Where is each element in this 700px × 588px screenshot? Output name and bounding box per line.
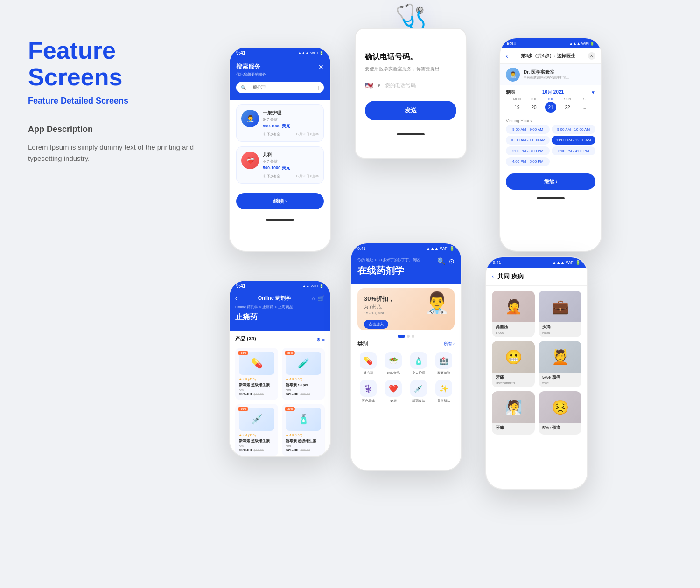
- dis-english-neck: 5%e: [539, 381, 581, 387]
- phone-confirm: 确认电话号码。 要使用医学实验室服务，你需要提出 🇺🇸 ▼ 您的电话号码 发送: [355, 28, 467, 159]
- cal-title-text: 第3步（共4步）- 选择医生: [512, 53, 584, 59]
- close-icon[interactable]: ✕: [318, 63, 324, 71]
- service-meta-2: 447 条款: [263, 159, 319, 164]
- cat-item-health[interactable]: ❤️ 健康: [383, 380, 404, 403]
- product-2-price: $25.00: [286, 392, 299, 396]
- cal-close-button[interactable]: ✕: [588, 52, 595, 60]
- status-icons-search: ▲▲▲ WiFi 🔋: [298, 51, 324, 55]
- search-cursor: |: [318, 85, 319, 90]
- product-4-pricing: $25.00 $60.00: [286, 448, 321, 452]
- time-slots: 9:00 AM - 9:00 AM 9:00 AM - 10:00 AM 10:…: [500, 125, 601, 170]
- more-button[interactable]: 所有 ›: [444, 341, 455, 347]
- product-3[interactable]: -30% 💉 ★ 4.4 (336) 新霉素 超级维生素 5ml $20.00 …: [235, 404, 278, 456]
- product-4-name: 新霉素 超级维生素: [286, 438, 321, 443]
- dis-header: ‹ 共同 疾病: [486, 268, 587, 286]
- banner-sub: 为了药品。: [364, 304, 394, 310]
- product-2-size: 5ml: [286, 388, 321, 392]
- cat-item-beauty[interactable]: ✨ 美容肌肤: [433, 380, 455, 403]
- service-card-2[interactable]: ❤️‍🩹 儿科 447 条款 500-1000 美元 ☉ 下次有空 12月23日…: [236, 146, 324, 184]
- cat-item-personal[interactable]: 🧴 个人护理: [408, 352, 429, 375]
- dis-header-row: ‹ 共同 疾病: [492, 272, 581, 281]
- dot-1[interactable]: [398, 335, 405, 338]
- dis-name-blood: 高血压: [492, 322, 535, 331]
- ph-sm-back[interactable]: ‹: [235, 295, 237, 302]
- ph-sm-cart-icon[interactable]: 🛒: [318, 295, 325, 302]
- time-slot-5[interactable]: 2:00 PM - 3:00 PM: [506, 146, 550, 155]
- ph-sm-home-icon[interactable]: ⌂: [312, 295, 315, 302]
- cal-back-button[interactable]: ‹: [506, 52, 508, 60]
- cat-item-functional[interactable]: 🥗 功能食品: [383, 352, 404, 375]
- dis-item-blood[interactable]: 🤦 高血压 Blood: [492, 291, 535, 337]
- dis-back-button[interactable]: ‹: [492, 273, 494, 280]
- dis-name-tooth: 牙痛: [492, 373, 535, 381]
- product-1-pricing: $25.00 $60.00: [239, 392, 274, 396]
- cart-icon-lg[interactable]: ⊙: [449, 257, 455, 265]
- service-card-1[interactable]: 👨‍⚕️ 一般护理 647 条款 500-1000 美元 ☉ 下次有空 12月2…: [236, 104, 324, 142]
- product-1[interactable]: -30% 💊 ★ 4.8 (436) 新霉素 超级维生素 5ml $25.00 …: [235, 348, 278, 400]
- phone-diseases: 9:41 ▲▲▲ WiFi 🔋 ‹ 共同 疾病 🤦 高血压 Blood: [485, 256, 588, 490]
- send-button[interactable]: 发送: [365, 101, 456, 120]
- cat-item-medical[interactable]: ⚕️ 医疗品械: [357, 380, 379, 403]
- status-bar-search: 9:41 ▲▲▲ WiFi 🔋: [230, 48, 330, 58]
- time-slot-4-selected[interactable]: 11:00 AM - 12:00 AM: [552, 136, 595, 145]
- search-icon-lg[interactable]: 🔍: [437, 257, 445, 265]
- product-1-old-price: $60.00: [254, 393, 264, 396]
- main-title: Feature Screens: [28, 37, 205, 90]
- dot-3[interactable]: [412, 335, 414, 338]
- cat-label-vaccine: 新冠疫苗: [412, 399, 425, 403]
- cal-dropdown-icon[interactable]: ▼: [591, 90, 595, 95]
- ph-lg-banner: 30%折扣， 为了药品。 15 - 18, Mar 点击进入 👨‍⚕️: [357, 288, 455, 330]
- product-2[interactable]: -30% 🧪 ★ 4.8 (456) 新霉素 Super 5ml $25.00 …: [282, 348, 325, 400]
- service-date-1: 12月23日 8点半: [296, 132, 319, 137]
- service-icon-1: 👨‍⚕️: [241, 110, 259, 127]
- time-slot-2[interactable]: 9:00 AM - 10:00 AM: [552, 125, 595, 134]
- service-avail-1: ☉ 下次有空: [263, 132, 280, 137]
- product-3-stars: ★ 4.4 (336): [239, 434, 274, 437]
- status-bar-diseases: 9:41 ▲▲▲ WiFi 🔋: [486, 257, 587, 268]
- month-year: 10月 2021: [542, 89, 564, 96]
- cal-day-extra[interactable]: S ...: [577, 97, 592, 113]
- ph-lg-header-icons: 🔍 ⊙: [437, 257, 455, 265]
- product-4[interactable]: -30% 🧴 ★ 4.8 (456) 新霉素 超级维生素 5ml $25.00 …: [282, 404, 325, 456]
- dis-item-tooth2[interactable]: 🧖 牙痛: [492, 391, 535, 435]
- cat-icon-medical: ⚕️: [360, 380, 377, 397]
- service-footer-2: ☉ 下次有空 12月23日 8点半: [263, 174, 319, 179]
- dis-item-head[interactable]: 💼 头痛 Head: [539, 291, 581, 337]
- ph-sm-title: Online 药剂学: [240, 295, 309, 302]
- cal-day-tue2-active[interactable]: TUE 21: [543, 97, 558, 113]
- filter-icon[interactable]: ⚙ ≡: [316, 337, 325, 342]
- banner-date: 15 - 18, Mar: [364, 311, 394, 315]
- cal-continue-button[interactable]: 继续 ›: [506, 173, 595, 190]
- continue-button-search[interactable]: 继续 ›: [236, 193, 324, 209]
- dis-item-tooth[interactable]: 😬 牙痛 Osteoarthritis: [492, 341, 535, 387]
- banner-button[interactable]: 点击进入: [364, 320, 388, 329]
- cal-day-sun[interactable]: SUN 22: [560, 97, 575, 113]
- time-slot-6[interactable]: 3:00 PM - 4:00 PM: [552, 146, 595, 155]
- service-avail-2: ☉ 下次有空: [263, 174, 280, 179]
- flag-icon: 🇺🇸: [365, 82, 373, 89]
- product-4-size: 5ml: [286, 444, 321, 448]
- time-slot-1[interactable]: 9:00 AM - 9:00 AM: [506, 125, 550, 134]
- doctor-avatar: 👨‍⚕️: [506, 68, 520, 82]
- categories-title: 类别: [357, 340, 368, 347]
- dot-2[interactable]: [407, 335, 410, 338]
- cal-day-mon[interactable]: MON 19: [510, 97, 525, 113]
- time-slot-3[interactable]: 10:00 AM - 11:00 AM: [506, 136, 550, 145]
- ph-sm-products-grid: -30% 💊 ★ 4.8 (436) 新霉素 超级维生素 5ml $25.00 …: [235, 348, 325, 456]
- cat-label-health: 健康: [390, 399, 397, 403]
- dis-item-neck[interactable]: 💆 5%e 颈痛 5%e: [539, 341, 581, 387]
- product-1-price: $25.00: [239, 392, 252, 396]
- cat-icon-beauty: ✨: [435, 380, 452, 397]
- cal-day-tue1[interactable]: TUE 20: [526, 97, 541, 113]
- cat-item-family[interactable]: 🏥 家庭急诊: [433, 352, 455, 375]
- cat-label-personal: 个人护理: [412, 371, 425, 375]
- status-icons-diseases: ▲▲▲ WiFi 🔋: [552, 260, 581, 265]
- search-box[interactable]: 🔍 一般护理 |: [236, 82, 324, 93]
- cat-item-prescription[interactable]: 💊 处方药: [357, 352, 379, 375]
- phone-input-row[interactable]: 🇺🇸 ▼ 您的电话号码: [365, 82, 456, 93]
- cat-item-vaccine[interactable]: 💉 新冠疫苗: [408, 380, 429, 403]
- home-indicator-search: [230, 215, 330, 224]
- product-2-old-price: $60.00: [301, 393, 310, 396]
- time-slot-7[interactable]: 4:00 PM - 5:00 PM: [506, 157, 550, 166]
- dis-item-neck2[interactable]: 😣 5%e 颈痛: [539, 391, 581, 435]
